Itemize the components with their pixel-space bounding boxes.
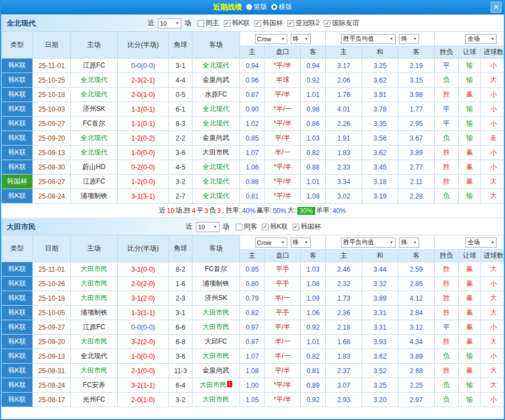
away-team[interactable]: 浦项制铁 xyxy=(193,277,240,291)
away-team[interactable]: 全北现代 xyxy=(193,160,240,175)
odds-time-select[interactable]: 终▼ xyxy=(291,34,311,44)
close-button[interactable]: ✕ xyxy=(490,2,502,13)
avg-lose-odds: 4.34 xyxy=(398,335,435,349)
away-team[interactable]: 全北现代 xyxy=(193,189,240,204)
avg-win-odds: 2.33 xyxy=(326,160,362,175)
odds-time-select[interactable]: 终▼ xyxy=(291,238,311,248)
filter-checkbox-2[interactable]: ✓韩国杯 xyxy=(254,18,283,28)
away-team[interactable]: 水原FC xyxy=(193,88,240,102)
match-row: 韩K联25-11-01江原FC0-0(0-0)3-1全北现代0.94*平/半0.… xyxy=(2,59,505,73)
checkbox-icon xyxy=(235,224,242,230)
away-team[interactable]: 济州SK xyxy=(193,291,240,306)
score: 3-2(2-0) xyxy=(118,335,169,349)
away-team[interactable]: 全北现代 xyxy=(193,175,240,189)
away-team[interactable]: 大田市民 xyxy=(193,349,240,364)
layout-radio-vertical[interactable]: 竖版 xyxy=(246,2,267,12)
home-team[interactable]: 蔚山HD xyxy=(71,160,118,175)
avg-lose-odds: 2.84 xyxy=(398,306,435,320)
avg-type-select[interactable]: 胜平负均值▼ xyxy=(341,34,396,44)
score: 0-0(0-0) xyxy=(118,59,169,73)
away-team[interactable]: 大田市民1 xyxy=(193,378,240,393)
home-team[interactable]: 浦项制铁 xyxy=(71,306,118,320)
home-team[interactable]: 大田市民 xyxy=(71,291,118,306)
odds-company-select[interactable]: Crow▼ xyxy=(255,34,287,44)
match-date: 25-10-26 xyxy=(33,277,71,291)
away-team[interactable]: FC首尔 xyxy=(193,262,240,277)
home-team[interactable]: FC首尔 xyxy=(71,117,118,131)
handicap: 平手 xyxy=(265,262,301,277)
result-goals: 大 xyxy=(481,175,505,189)
away-team[interactable]: 金泉尚武 xyxy=(193,364,240,378)
recent-count-select[interactable]: 10▼ xyxy=(196,222,219,232)
home-team[interactable]: 济州SK xyxy=(71,102,118,117)
avg-lose-odds: 1.77 xyxy=(398,102,435,117)
match-row: 韩K联25-09-13全北现代1-0(0-0)3-6大田市民1.07半/一0.8… xyxy=(2,349,505,364)
summary-segment: 3 xyxy=(217,207,221,215)
corners: 3-1 xyxy=(169,306,193,320)
league-badge: 韩K联 xyxy=(2,291,33,306)
avg-time-select[interactable]: 终▼ xyxy=(399,34,419,44)
result-handicap: 赢 xyxy=(459,160,481,175)
avg-type-select[interactable]: 胜平负均值▼ xyxy=(341,238,396,248)
odds-home: 0.80 xyxy=(240,277,265,291)
away-team[interactable]: 大邱FC xyxy=(193,335,240,349)
recent-count-select-value: 10 xyxy=(160,20,167,27)
odds-home: 0.82 xyxy=(240,306,265,320)
away-team[interactable]: 大田市民 xyxy=(193,320,240,335)
filter-checkbox-0[interactable]: 同客 xyxy=(235,222,257,231)
home-team[interactable]: 全北现代 xyxy=(71,73,118,88)
avg-win-odds: 1.68 xyxy=(326,335,362,349)
result-wdl: 负 xyxy=(435,393,459,407)
score: 1-2(0-0) xyxy=(118,175,169,189)
away-team[interactable]: 金泉尚武 xyxy=(193,131,240,146)
match-scope-select[interactable]: 全场▼ xyxy=(465,34,497,44)
away-team[interactable]: 大田市民 xyxy=(193,146,240,160)
home-team[interactable]: 光州FC xyxy=(71,393,118,407)
odds-home: 0.94 xyxy=(240,59,265,73)
result-handicap: 输 xyxy=(459,117,481,131)
match-scope-select[interactable]: 全场▼ xyxy=(465,238,497,248)
summary-segment: 平 xyxy=(196,206,203,215)
result-wdl: 胜 xyxy=(435,335,459,349)
score: 3-2(1-1) xyxy=(118,378,169,393)
home-team[interactable]: FC安养 xyxy=(71,378,118,393)
filter-checkbox-2[interactable]: ✓韩国杯 xyxy=(292,222,321,231)
filter-checkbox-3[interactable]: ✓亚冠联2 xyxy=(287,18,320,28)
result-goals: 大 xyxy=(481,73,505,88)
odds-home: 0.85 xyxy=(240,262,265,277)
home-team[interactable]: 江原FC xyxy=(71,175,118,189)
odds-company-select[interactable]: Crow▼ xyxy=(255,238,287,248)
recent-count-select[interactable]: 10▼ xyxy=(158,18,181,28)
result-handicap: 赢 xyxy=(459,146,481,160)
home-team[interactable]: 江原FC xyxy=(71,320,118,335)
result-handicap: 赢 xyxy=(459,335,481,349)
filter-checkbox-4[interactable]: ✓国际友谊 xyxy=(324,18,359,28)
home-team[interactable]: 大田市民 xyxy=(71,364,118,378)
home-team[interactable]: 全北现代 xyxy=(71,146,118,160)
avg-draw-odds: 3.62 xyxy=(362,146,398,160)
home-team[interactable]: 浦项制铁 xyxy=(71,189,118,204)
away-team[interactable]: 全北现代 xyxy=(193,117,240,131)
layout-radio-horizontal[interactable]: 横版 xyxy=(271,2,292,12)
odds-home: 0.90 xyxy=(240,102,265,117)
home-team[interactable]: 全北现代 xyxy=(71,131,118,146)
home-team[interactable]: 大田市民 xyxy=(71,335,118,349)
filter-checkbox-1[interactable]: ✓韩K联 xyxy=(224,18,250,28)
away-team[interactable]: 金泉尚武 xyxy=(193,73,240,88)
handicap: *半/一 xyxy=(265,102,301,117)
home-team[interactable]: 大田市民 xyxy=(71,277,118,291)
away-team[interactable]: 大田市民 xyxy=(193,306,240,320)
home-team[interactable]: 全北现代 xyxy=(71,349,118,364)
avg-lose-odds: 2.95 xyxy=(398,117,435,131)
filter-checkbox-1[interactable]: ✓韩K联 xyxy=(262,222,288,231)
home-team[interactable]: 江原FC xyxy=(71,59,118,73)
away-team[interactable]: 大田市民 xyxy=(193,393,240,407)
away-team[interactable]: 全北现代 xyxy=(193,59,240,73)
avg-time-select[interactable]: 终▼ xyxy=(399,238,419,248)
filter-checkbox-0[interactable]: 同主 xyxy=(198,18,219,28)
home-team[interactable]: 大田市民 xyxy=(71,262,118,277)
avg-win-odds: 3.02 xyxy=(326,189,362,204)
home-team[interactable]: 全北现代 xyxy=(71,88,118,102)
layout-radio-label: 竖版 xyxy=(254,2,267,12)
away-team[interactable]: 全北现代 xyxy=(193,102,240,117)
